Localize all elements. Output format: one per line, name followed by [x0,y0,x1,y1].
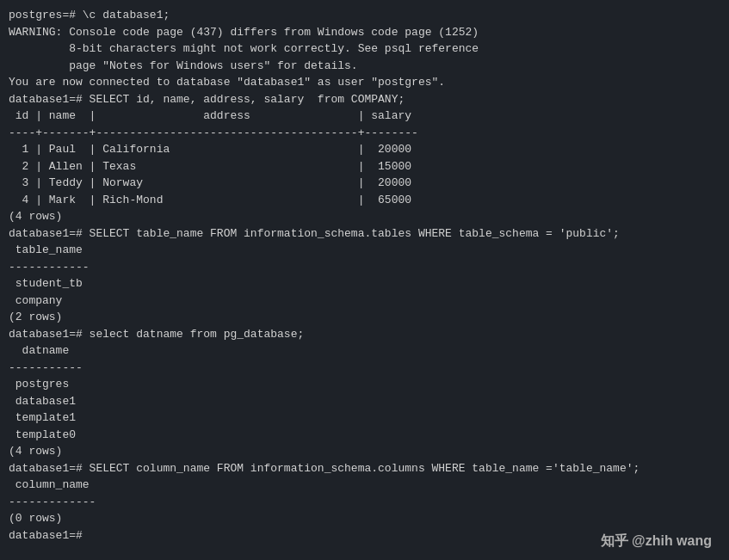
terminal-line: database1=# select datname from pg_datab… [9,326,720,343]
terminal-line: 2 | Allen | Texas | 15000 [9,158,720,175]
terminal-line: ----------- [9,360,720,377]
terminal-line: 1 | Paul | California | 20000 [9,141,720,158]
terminal-line: ------------ [9,259,720,276]
terminal-line: postgres [9,376,720,393]
terminal-line: page "Notes for Windows users" for detai… [9,58,720,75]
terminal-line: database1=# SELECT table_name FROM infor… [9,225,720,243]
terminal-line: (4 rows) [9,208,720,225]
terminal-line: postgres=# \c database1; [9,7,720,24]
terminal-line: 4 | Mark | Rich-Mond | 65000 [9,192,720,209]
terminal-line: datname [9,342,720,360]
terminal-line: column_name [9,477,720,494]
terminal-line: (4 rows) [9,443,720,460]
terminal-line: ----+-------+---------------------------… [9,125,720,142]
terminal-line: id | name | address | salary [9,108,720,125]
terminal-line: You are now connected to database "datab… [9,74,720,91]
terminal-line: database1=# SELECT column_name FROM info… [9,460,720,477]
terminal-line: template1 [9,409,720,427]
terminal-line: 3 | Teddy | Norway | 20000 [9,175,720,192]
terminal-line: student_tb [9,275,720,292]
terminal-line: template0 [9,427,720,444]
terminal: postgres=# \c database1;WARNING: Console… [9,7,720,544]
terminal-line: 8-bit characters might not work correctl… [9,40,720,58]
terminal-line: WARNING: Console code page (437) differs… [9,24,720,41]
terminal-line: database1 [9,393,720,410]
watermark: 知乎 @zhih wang [601,531,712,551]
terminal-line: table_name [9,242,720,259]
terminal-line: (0 rows) [9,510,720,527]
terminal-line: ------------- [9,494,720,511]
terminal-line: (2 rows) [9,309,720,326]
terminal-line: database1=# SELECT id, name, address, sa… [9,91,720,108]
terminal-line: company [9,292,720,310]
